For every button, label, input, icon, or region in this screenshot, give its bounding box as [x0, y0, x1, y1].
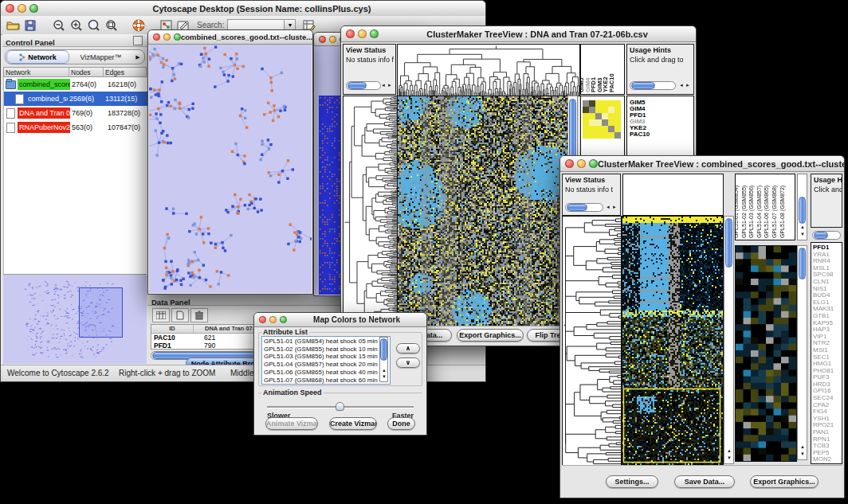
float-panel-icon[interactable]: [133, 36, 143, 45]
zoom-button[interactable]: [29, 4, 38, 13]
matrix-cell[interactable]: [614, 132, 621, 139]
scroll-down-arrow-icon[interactable]: ▼: [800, 232, 805, 237]
matrix-cell[interactable]: [583, 107, 589, 113]
array-label[interactable]: GPL51-03 (GSM856): [748, 186, 754, 238]
array-label[interactable]: GPL51-04 (GSM857): [756, 186, 762, 238]
array-label[interactable]: GPL51-08 (GSM872): [779, 186, 785, 238]
dialog-title-bar[interactable]: Map Colors to Network: [254, 313, 426, 327]
animate-vizmap-button[interactable]: Animate Vizmap: [265, 417, 318, 430]
close-button[interactable]: [319, 36, 326, 43]
close-button[interactable]: [346, 29, 355, 38]
matrix-cell[interactable]: [595, 100, 602, 107]
overview-canvas[interactable]: [3, 275, 147, 364]
tv2-gene-dendrogram[interactable]: [562, 216, 622, 466]
tv2-status-hscrollbar[interactable]: [565, 203, 603, 212]
matrix-cell[interactable]: [614, 126, 621, 132]
network-name[interactable]: DNA and Tran 07: [18, 107, 70, 119]
network-name[interactable]: combined_sco: [26, 93, 68, 104]
move-attribute-down-button[interactable]: ∨: [396, 357, 420, 368]
tv2-zoom-vscrollbar[interactable]: ▲ ▼: [797, 245, 807, 460]
matrix-cell[interactable]: [602, 100, 608, 107]
scroll-up-arrow-icon[interactable]: ▲: [727, 448, 732, 454]
scroll-down-arrow-icon[interactable]: ▼: [382, 374, 387, 380]
network-tree-row[interactable]: RNAPuberNov2+!563(0)107847(0): [4, 120, 147, 135]
matrix-cell[interactable]: [589, 107, 595, 113]
attribute-list-vscrollbar[interactable]: ▲ ▼: [379, 337, 388, 382]
tv1-gene-dendrogram[interactable]: [343, 96, 398, 327]
array-label[interactable]: GPL51-07 (GSM868): [771, 186, 777, 238]
matrix-cell[interactable]: [602, 107, 608, 113]
array-label[interactable]: PAC10: [608, 73, 615, 92]
network-canvas[interactable]: [149, 45, 312, 293]
attribute-list-item[interactable]: GPL51-04 (GSM857) heat shock 20 min: [264, 361, 388, 369]
array-label[interactable]: GPL51-01 (GSM854): [735, 186, 739, 238]
matrix-cell[interactable]: [602, 113, 608, 119]
close-button[interactable]: [259, 316, 266, 323]
treeview1-title-bar[interactable]: ClusterMaker TreeView : DNA and Tran 07-…: [341, 26, 696, 42]
matrix-cell[interactable]: [614, 107, 621, 113]
tv2-global-heatmap[interactable]: [622, 216, 724, 466]
zoom-fit-icon[interactable]: [85, 18, 103, 33]
matrix-cell[interactable]: [589, 113, 595, 119]
matrix-cell[interactable]: [602, 132, 608, 139]
matrix-cell[interactable]: [589, 119, 595, 126]
create-vizmap-button[interactable]: Create Vizmap: [329, 417, 377, 430]
help-lifebuoy-icon[interactable]: [130, 18, 147, 33]
col-nodes[interactable]: Nodes: [69, 68, 104, 76]
slider-thumb[interactable]: [336, 402, 344, 411]
zoom-button[interactable]: [280, 316, 287, 323]
tv1-status-hscrollbar[interactable]: [346, 81, 381, 90]
zoom-button[interactable]: [589, 159, 598, 168]
minimize-button[interactable]: [269, 316, 277, 323]
data-col-id[interactable]: ID: [151, 325, 194, 333]
save-data-button[interactable]: Save Data...: [674, 475, 735, 488]
minimize-button[interactable]: [163, 33, 171, 41]
done-button[interactable]: Done: [387, 417, 415, 430]
tv1-hints-hscrollbar[interactable]: [630, 81, 676, 90]
scroll-right-arrow-icon[interactable]: ►: [387, 83, 392, 88]
matrix-cell[interactable]: [608, 132, 614, 139]
network-tree-row[interactable]: DNA and Tran 07769(0)183728(0): [4, 106, 147, 120]
attribute-select-icon[interactable]: [152, 308, 170, 322]
network-name[interactable]: combined_scores_: [18, 79, 70, 90]
matrix-cell[interactable]: [589, 132, 595, 139]
scroll-down-arrow-icon[interactable]: ▼: [727, 455, 732, 461]
tv2-labels-vscrollbar[interactable]: ▲ ▼: [797, 174, 807, 240]
matrix-cell[interactable]: [583, 132, 589, 139]
matrix-cell[interactable]: [595, 113, 602, 119]
scroll-up-arrow-icon[interactable]: ▲: [382, 368, 387, 373]
zoom-button[interactable]: [174, 33, 181, 41]
network-table-header[interactable]: Network Nodes Edges: [3, 67, 147, 77]
matrix-cell[interactable]: [608, 100, 614, 107]
tv1-zoom-matrix[interactable]: [583, 100, 621, 139]
scroll-down-arrow-icon[interactable]: ▼: [800, 451, 805, 457]
animation-speed-slider[interactable]: [267, 402, 414, 412]
tv2-hints-hscrollbar[interactable]: [812, 231, 841, 240]
matrix-cell[interactable]: [583, 126, 589, 132]
matrix-cell[interactable]: [595, 107, 602, 113]
scroll-left-arrow-icon[interactable]: ◄: [381, 83, 386, 88]
network-overview-panel[interactable]: [3, 274, 147, 364]
array-label[interactable]: GPL51-06 (GSM865): [764, 186, 769, 238]
close-button[interactable]: [153, 33, 160, 41]
tv1-heatmap[interactable]: [397, 96, 568, 327]
matrix-cell[interactable]: [583, 113, 589, 119]
zoom-button[interactable]: [370, 29, 379, 38]
scroll-left-arrow-icon[interactable]: ◄: [679, 83, 684, 88]
delete-attribute-trash-icon[interactable]: [190, 308, 208, 322]
scroll-left-arrow-icon[interactable]: ◄: [606, 205, 610, 210]
matrix-cell[interactable]: [602, 126, 608, 132]
matrix-cell[interactable]: [589, 100, 595, 107]
save-icon[interactable]: [22, 18, 39, 33]
scroll-up-arrow-icon[interactable]: ▲: [800, 225, 805, 230]
treeview2-title-bar[interactable]: ClusterMaker TreeView : combined_scores_…: [560, 156, 844, 172]
move-attribute-up-button[interactable]: ∧: [396, 343, 420, 354]
tv1-array-dendrogram[interactable]: [397, 44, 580, 96]
minimize-button[interactable]: [329, 36, 336, 43]
matrix-cell[interactable]: [595, 119, 602, 126]
matrix-cell[interactable]: [589, 126, 595, 132]
matrix-cell[interactable]: [595, 126, 602, 132]
matrix-cell[interactable]: [595, 132, 602, 139]
export-graphics-button[interactable]: Export Graphics...: [750, 475, 819, 488]
matrix-cell[interactable]: [614, 119, 621, 126]
